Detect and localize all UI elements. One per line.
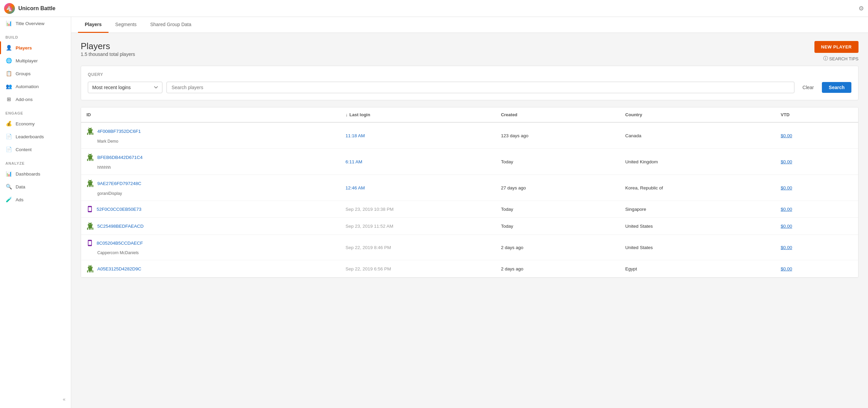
sidebar-item-players[interactable]: 👤 Players xyxy=(0,41,71,54)
sidebar-item-addons[interactable]: ⊞ Add-ons xyxy=(0,93,71,106)
clear-button[interactable]: Clear xyxy=(798,82,818,93)
country-value: United States xyxy=(625,245,653,250)
country-cell: United States xyxy=(620,219,775,233)
player-id-link[interactable]: 5C25498BEDFAEACD xyxy=(97,224,144,229)
players-icon: 👤 xyxy=(5,44,12,51)
chart-icon: 📊 xyxy=(5,20,12,27)
data-icon: 🔍 xyxy=(5,183,12,190)
sidebar-item-multiplayer[interactable]: 🌐 Multiplayer xyxy=(0,54,71,67)
country-cell: United States xyxy=(620,240,775,255)
vtd-cell: $0.00 xyxy=(775,202,858,217)
country-cell: Egypt xyxy=(620,262,775,276)
search-button[interactable]: Search xyxy=(822,82,851,93)
vtd-link[interactable]: $0.00 xyxy=(781,159,792,164)
player-id-link[interactable]: 8C05204B5CCDAECF xyxy=(97,241,143,246)
sidebar-section-build: BUILD xyxy=(0,30,71,41)
search-input[interactable] xyxy=(166,82,794,93)
tab-shared-group-data[interactable]: Shared Group Data xyxy=(143,17,198,33)
col-header-vtd: VTD xyxy=(775,107,858,122)
automation-icon: 👥 xyxy=(5,83,12,90)
country-cell: Singapore xyxy=(620,202,775,217)
query-select[interactable]: Most recent logins All players Recently … xyxy=(88,82,162,93)
vtd-cell: $0.00 xyxy=(775,181,858,195)
app-title: Unicorn Battle xyxy=(18,5,859,12)
player-id-link[interactable]: 52F0C0CC0EB50E73 xyxy=(97,207,141,212)
vtd-cell: $0.00 xyxy=(775,262,858,276)
economy-icon: 💰 xyxy=(5,120,12,127)
table-body: 4F008BF7352DC6F1 Mark Demo 11:18 AM123 d… xyxy=(81,123,858,278)
sidebar-item-leaderboards[interactable]: 📄 Leaderboards xyxy=(0,130,71,143)
created-cell: Today xyxy=(495,155,620,169)
last-login-cell: Sep 22, 2019 8:46 PM xyxy=(340,240,495,255)
created-cell: Today xyxy=(495,219,620,233)
vtd-link[interactable]: $0.00 xyxy=(781,185,792,190)
sidebar-item-dashboards[interactable]: 📊 Dashboards xyxy=(0,167,71,180)
created-cell: 27 days ago xyxy=(495,181,620,195)
col-header-country: Country xyxy=(620,107,775,122)
player-id-link[interactable]: A05E3125D4282D9C xyxy=(97,266,141,271)
chevron-left-icon: « xyxy=(63,396,65,402)
sort-down-icon: ↓ xyxy=(346,112,348,117)
vtd-link[interactable]: $0.00 xyxy=(781,266,792,271)
player-id-cell: BFEB6DB442D671C4 hhhhhh xyxy=(81,149,340,175)
players-table: ID ↓ Last login Created Country VTD 4F00… xyxy=(81,107,859,278)
last-login-cell: 11:18 AM xyxy=(340,128,495,143)
table-row: 8C05204B5CCDAECF Cappercorn McDaniels Se… xyxy=(81,235,858,260)
player-id-link[interactable]: 4F008BF7352DC6F1 xyxy=(97,129,141,134)
table-row: A05E3125D4282D9C Sep 22, 2019 6:56 PM2 d… xyxy=(81,260,858,278)
sidebar-item-automation[interactable]: 👥 Automation xyxy=(0,80,71,93)
sidebar-item-groups[interactable]: 📋 Groups xyxy=(0,67,71,80)
sidebar-item-data[interactable]: 🔍 Data xyxy=(0,180,71,193)
player-name: hhhhhh xyxy=(86,165,111,170)
col-header-id: ID xyxy=(81,107,340,122)
sidebar-section-analyze: ANALYZE xyxy=(0,156,71,167)
search-tips-link[interactable]: ⓘ SEARCH TIPS xyxy=(823,56,859,62)
last-login-value: Sep 23, 2019 10:38 PM xyxy=(346,207,394,212)
vtd-cell: $0.00 xyxy=(775,128,858,143)
vtd-link[interactable]: $0.00 xyxy=(781,224,792,229)
col-header-last-login[interactable]: ↓ Last login xyxy=(340,107,495,122)
player-id-cell: 4F008BF7352DC6F1 Mark Demo xyxy=(81,123,340,148)
country-cell: Korea, Republic of xyxy=(620,181,775,195)
vtd-link[interactable]: $0.00 xyxy=(781,133,792,138)
last-login-cell: Sep 23, 2019 10:38 PM xyxy=(340,202,495,217)
android-icon xyxy=(86,265,94,272)
page-content: Players 1.5 thousand total players NEW P… xyxy=(71,33,868,408)
vtd-link[interactable]: $0.00 xyxy=(781,245,792,250)
globe-icon: 🌐 xyxy=(5,57,12,64)
table-row: 5C25498BEDFAEACD Sep 23, 2019 11:52 AMTo… xyxy=(81,218,858,235)
page-subtitle: 1.5 thousand total players xyxy=(81,52,135,57)
settings-icon[interactable]: ⚙ xyxy=(859,5,864,12)
last-login-cell: 12:46 AM xyxy=(340,181,495,195)
tab-players[interactable]: Players xyxy=(78,17,108,33)
sidebar-item-title-overview[interactable]: 📊 Title Overview xyxy=(0,17,71,30)
table-header: ID ↓ Last login Created Country VTD xyxy=(81,107,858,123)
dashboards-icon: 📊 xyxy=(5,170,12,177)
vtd-link[interactable]: $0.00 xyxy=(781,207,792,212)
sidebar: 📊 Title Overview BUILD 👤 Players 🌐 Multi… xyxy=(0,17,71,408)
player-id-cell: 9AE27E6FD797248C goraniDisplay xyxy=(81,175,340,201)
country-value: Canada xyxy=(625,133,641,138)
country-cell: United Kingdom xyxy=(620,155,775,169)
sidebar-item-economy[interactable]: 💰 Economy xyxy=(0,117,71,130)
created-cell: 2 days ago xyxy=(495,262,620,276)
content-icon: 📄 xyxy=(5,146,12,153)
sidebar-item-content[interactable]: 📄 Content xyxy=(0,143,71,156)
last-login-cell: 6:11 AM xyxy=(340,155,495,169)
country-value: Singapore xyxy=(625,207,646,212)
created-cell: Today xyxy=(495,202,620,217)
created-value: Today xyxy=(501,207,513,212)
country-cell: Canada xyxy=(620,128,775,143)
player-id-link[interactable]: 9AE27E6FD797248C xyxy=(97,181,141,186)
sidebar-item-ads[interactable]: 🧪 Ads xyxy=(0,193,71,206)
collapse-sidebar-button[interactable]: « xyxy=(0,394,71,405)
last-login-cell: Sep 22, 2019 6:56 PM xyxy=(340,262,495,276)
page-header: Players 1.5 thousand total players NEW P… xyxy=(81,41,859,64)
page-header-right: NEW PLAYER ⓘ SEARCH TIPS xyxy=(814,41,859,62)
tab-bar: Players Segments Shared Group Data xyxy=(71,17,868,33)
app-logo: 🦄 xyxy=(4,3,15,14)
player-id-link[interactable]: BFEB6DB442D671C4 xyxy=(97,155,143,160)
new-player-button[interactable]: NEW PLAYER xyxy=(814,41,859,53)
tab-segments[interactable]: Segments xyxy=(108,17,143,33)
last-login-value: Sep 22, 2019 8:46 PM xyxy=(346,245,391,250)
